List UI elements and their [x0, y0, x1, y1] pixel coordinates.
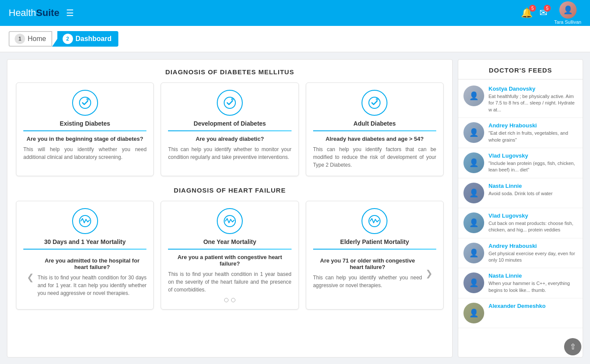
elderly-mortality-divider	[313, 249, 436, 250]
header-right: 🔔 5 ✉ 5 👤 Tara Sullivan	[521, 1, 581, 25]
user-name: Tara Sullivan	[554, 19, 581, 25]
feed-avatar-3: 👤	[463, 183, 484, 203]
scroll-to-top-button[interactable]: ⇧	[564, 338, 581, 355]
content-area: DIAGNOSIS OF DIABETES MELLITUS Existing …	[7, 59, 453, 358]
user-profile[interactable]: 👤 Tara Sullivan	[554, 1, 581, 25]
main-layout: DIAGNOSIS OF DIABETES MELLITUS Existing …	[0, 52, 590, 364]
existing-diabetes-card[interactable]: Existing Diabetes Are you in the beginni…	[16, 82, 154, 176]
feed-name-3: Nasta Linnie	[488, 183, 577, 189]
feed-name-6: Nasta Linnie	[488, 272, 577, 279]
one-year-mortality-title: One Year Mortality	[203, 238, 257, 245]
feed-text-5: Get physical exercise every day, even fo…	[488, 250, 577, 264]
thirty-day-prev-arrow[interactable]: ❮	[23, 270, 38, 284]
existing-diabetes-divider	[23, 130, 146, 131]
svg-point-0	[79, 97, 91, 108]
breadcrumb-home-item[interactable]: 1 Home	[9, 31, 52, 47]
feed-content-3: Nasta Linnie Avoid soda. Drink lots of w…	[488, 183, 577, 203]
svg-point-2	[224, 97, 235, 108]
one-year-mortality-dots	[224, 298, 235, 302]
feed-item-1[interactable]: 👤 Andrey Hrabouski "Eat diet rich in fru…	[458, 118, 583, 148]
thirty-day-mortality-divider	[23, 249, 146, 250]
feed-item-2[interactable]: 👤 Vlad Lugovsky "Include lean protein (e…	[458, 148, 583, 178]
breadcrumb-dashboard-item[interactable]: 2 Dashboard	[52, 31, 119, 47]
adult-diabetes-card[interactable]: Adult Diabetes Already have diabetes and…	[306, 82, 444, 176]
heart-cards-row: 30 Days and 1 Year Mortality ❮ Are you a…	[16, 201, 444, 310]
feed-item-5[interactable]: 👤 Andrey Hrabouski Get physical exercise…	[458, 238, 583, 269]
notifications-badge: 5	[529, 5, 536, 12]
feed-name-0: Kostya Danovsky	[488, 85, 577, 92]
svg-point-4	[369, 97, 380, 108]
header-left: HealthSuite ☰	[9, 7, 74, 19]
feed-content-5: Andrey Hrabouski Get physical exercise e…	[488, 243, 577, 264]
logo-suite: Suite	[36, 7, 60, 19]
elderly-mortality-nav: Are you 71 or older with congestive hear…	[313, 257, 436, 289]
feed-avatar-5: 👤	[463, 243, 484, 263]
existing-diabetes-icon	[72, 90, 98, 116]
existing-diabetes-title: Existing Diabetes	[60, 120, 110, 127]
doctors-feeds-title: DOCTOR'S FEEDS	[458, 65, 583, 79]
avatar: 👤	[559, 1, 577, 19]
feed-content-1: Andrey Hrabouski "Eat diet rich in fruit…	[488, 122, 577, 143]
menu-icon[interactable]: ☰	[66, 8, 74, 18]
diabetes-section-title: DIAGNOSIS OF DIABETES MELLITUS	[16, 68, 444, 76]
one-year-mortality-question: Are you a patient with congestive heart …	[168, 254, 291, 267]
elderly-mortality-card[interactable]: Elderly Patient Mortality Are you 71 or …	[306, 201, 444, 310]
notifications-button[interactable]: 🔔 5	[521, 7, 533, 19]
elderly-mortality-desc: This can help you identify whether you n…	[313, 274, 422, 289]
svg-point-5	[376, 98, 378, 101]
thirty-day-mortality-title: 30 Days and 1 Year Mortality	[44, 238, 126, 245]
dot-1	[224, 298, 228, 302]
development-diabetes-divider	[168, 130, 291, 131]
feed-name-2: Vlad Lugovsky	[488, 152, 577, 159]
adult-diabetes-question: Already have diabetes and age > 54?	[326, 136, 424, 142]
one-year-mortality-desc: This is to find your health condition in…	[168, 270, 291, 294]
feed-avatar-1: 👤	[463, 122, 484, 143]
feed-item-3[interactable]: 👤 Nasta Linnie Avoid soda. Drink lots of…	[458, 178, 583, 208]
breadcrumb-step1-num: 1	[15, 34, 25, 44]
thirty-day-mortality-desc: This is to find your health condition fo…	[38, 274, 146, 297]
thirty-day-mortality-nav: ❮ Are you admitted to the hospital for h…	[23, 257, 146, 297]
thirty-day-mortality-card[interactable]: 30 Days and 1 Year Mortality ❮ Are you a…	[16, 201, 154, 310]
diabetes-section: DIAGNOSIS OF DIABETES MELLITUS Existing …	[16, 68, 444, 176]
elderly-next-arrow[interactable]: ❯	[422, 266, 436, 280]
feed-item-4[interactable]: 👤 Vlad Lugovsky Cut back on meat product…	[458, 208, 583, 238]
feed-avatar-7: 👤	[463, 303, 484, 323]
elderly-mortality-question: Are you 71 or older with congestive hear…	[313, 257, 422, 270]
heart-section-title: DIAGNOSIS OF HEART FAILURE	[16, 187, 444, 194]
adult-diabetes-divider	[313, 130, 436, 131]
dot-2	[231, 298, 235, 302]
header: HealthSuite ☰ 🔔 5 ✉ 5 👤 Tara Sullivan	[0, 0, 590, 26]
feed-content-7: Alexander Demeshko	[488, 303, 577, 323]
feed-text-3: Avoid soda. Drink lots of water	[488, 190, 577, 197]
feed-text-0: Eat healthfully ; be physically active. …	[488, 93, 577, 113]
logo-health: Health	[9, 7, 36, 19]
feed-item-0[interactable]: 👤 Kostya Danovsky Eat healthfully ; be p…	[458, 81, 583, 118]
breadcrumb: 1 Home 2 Dashboard	[0, 26, 590, 52]
heart-section: DIAGNOSIS OF HEART FAILURE 30 Days and 1…	[16, 187, 444, 310]
messages-button[interactable]: ✉ 5	[539, 7, 547, 19]
development-diabetes-icon	[217, 90, 243, 116]
logo: HealthSuite	[9, 7, 59, 19]
feed-avatar-0: 👤	[463, 85, 484, 106]
feed-text-6: When your hammer is C++, everything begi…	[488, 280, 577, 294]
development-diabetes-card[interactable]: Development of Diabetes Are you already …	[161, 82, 298, 176]
diabetes-cards-row: Existing Diabetes Are you in the beginni…	[16, 82, 444, 176]
adult-diabetes-title: Adult Diabetes	[353, 120, 396, 127]
existing-diabetes-question: Are you in the beginning stage of diabet…	[27, 136, 143, 142]
feed-text-1: "Eat diet rich in fruits, vegetables, an…	[488, 130, 577, 143]
feed-content-4: Vlad Lugovsky Cut back on meat products:…	[488, 212, 577, 234]
thirty-day-mortality-icon	[72, 208, 98, 234]
feed-content-6: Nasta Linnie When your hammer is C++, ev…	[488, 272, 577, 294]
doctors-feeds-sidebar: DOCTOR'S FEEDS 👤 Kostya Danovsky Eat hea…	[458, 59, 583, 358]
feed-name-4: Vlad Lugovsky	[488, 212, 577, 219]
adult-diabetes-desc: This can help you identify factors that …	[313, 146, 436, 169]
feed-content-2: Vlad Lugovsky "Include lean protein (egg…	[488, 152, 577, 174]
messages-badge: 5	[544, 5, 551, 12]
feed-item-6[interactable]: 👤 Nasta Linnie When your hammer is C++, …	[458, 268, 583, 298]
feed-avatar-2: 👤	[463, 152, 484, 173]
feed-item-7[interactable]: 👤 Alexander Demeshko	[458, 298, 583, 328]
feed-content-0: Kostya Danovsky Eat healthfully ; be phy…	[488, 85, 577, 113]
feed-name-5: Andrey Hrabouski	[488, 243, 577, 249]
one-year-mortality-card[interactable]: One Year Mortality Are you a patient wit…	[161, 201, 298, 310]
one-year-mortality-icon	[217, 208, 243, 234]
